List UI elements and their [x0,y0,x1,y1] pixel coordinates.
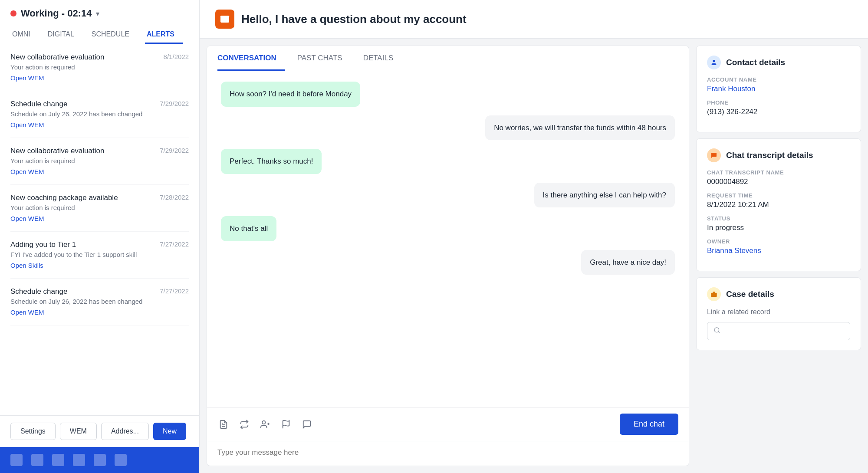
message-bubble: Perfect. Thanks so much! [221,149,322,174]
alert-link-2[interactable]: Open WEM [10,168,44,175]
alert-desc: Your action is required [10,204,189,211]
status-text: Working - 02:14 [21,8,92,19]
tab-omni[interactable]: OMNI [10,26,39,44]
add-person-icon[interactable] [259,418,271,430]
main-content: Hello, I have a question about my accoun… [200,0,868,473]
right-panel: Contact details ACCOUNT NAME Frank Houst… [696,46,861,466]
chat-transcript-card: Chat transcript details CHAT TRANSCRIPT … [696,138,861,271]
status-field: STATUS In progress [707,215,850,232]
message-bubble: Great, have a nice day! [581,250,675,275]
alert-link-1[interactable]: Open WEM [10,121,44,128]
svg-point-6 [713,60,715,62]
message-bubble: How soon? I'd need it before Monday [221,82,360,107]
alert-date: 7/28/2022 [160,194,189,201]
phone-label: PHONE [707,99,850,106]
transfer-icon[interactable] [238,418,250,430]
alert-link-0[interactable]: Open WEM [10,74,44,82]
svg-line-9 [718,332,720,333]
contact-details-title: Contact details [726,58,785,67]
alert-title: Adding you to Tier 1 [10,240,76,249]
alerts-list: New collaborative evaluation 8/1/2022 Yo… [0,44,199,415]
alert-date: 7/27/2022 [160,240,189,248]
new-button[interactable]: New [153,423,186,440]
case-details-link-text: Link a related record [707,308,850,316]
chat-input-area[interactable] [207,441,689,466]
chat-header-icon [215,10,234,29]
bottom-icon-6[interactable] [115,454,127,466]
tab-conversation[interactable]: CONVERSATION [217,46,285,71]
message-bubble: No worries, we will transfer the funds w… [485,115,675,141]
alert-title: New coaching package available [10,194,118,202]
tab-alerts[interactable]: ALERTS [145,26,183,44]
alert-row: Schedule change 7/27/2022 [10,287,189,296]
owner-value[interactable]: Brianna Stevens [707,246,850,255]
request-time-label: REQUEST TIME [707,192,850,199]
phone-value: (913) 326-2242 [707,108,850,116]
alert-title: Schedule change [10,287,67,296]
nav-tabs: OMNI DIGITAL SCHEDULE ALERTS [10,26,189,44]
tab-digital[interactable]: DIGITAL [46,26,83,44]
case-search-input[interactable] [725,327,844,335]
owner-label: OWNER [707,238,850,245]
list-item: Schedule change 7/29/2022 Schedule on Ju… [10,91,189,138]
contact-details-card: Contact details ACCOUNT NAME Frank Houst… [696,46,861,132]
message-input[interactable] [217,448,678,457]
transcript-name-field: CHAT TRANSCRIPT NAME 0000004892 [707,169,850,186]
bottom-icon-5[interactable] [94,454,106,466]
bottom-icon-1[interactable] [10,454,23,466]
alert-desc: Your action is required [10,63,189,71]
status-row: Working - 02:14 ▾ [10,8,189,19]
account-name-value[interactable]: Frank Houston [707,85,850,93]
conversation-tabs: CONVERSATION PAST CHATS DETAILS [207,46,689,71]
contact-details-header: Contact details [707,56,850,69]
status-value: In progress [707,223,850,232]
request-time-value: 8/1/2022 10:21 AM [707,200,850,209]
bottom-icon-4[interactable] [73,454,85,466]
alert-desc: Your action is required [10,157,189,164]
list-item: New collaborative evaluation 8/1/2022 Yo… [10,44,189,91]
list-item: New coaching package available 7/28/2022… [10,185,189,232]
sidebar-header: Working - 02:14 ▾ OMNI DIGITAL SCHEDULE … [0,0,199,44]
bottom-icon-2[interactable] [31,454,43,466]
alert-date: 7/29/2022 [160,100,189,107]
account-name-label: ACCOUNT NAME [707,76,850,83]
page-title: Hello, I have a question about my accoun… [241,13,467,26]
alert-link-4[interactable]: Open Skills [10,262,43,269]
alert-title: New collaborative evaluation [10,147,104,155]
chat-transcript-title: Chat transcript details [726,151,813,160]
alert-row: New collaborative evaluation 7/29/2022 [10,147,189,155]
comment-icon[interactable] [301,418,313,430]
tab-past-chats[interactable]: PAST CHATS [297,46,351,71]
settings-button[interactable]: Settings [10,423,56,440]
request-time-field: REQUEST TIME 8/1/2022 10:21 AM [707,192,850,209]
transcript-name-value: 0000004892 [707,177,850,186]
alert-link-5[interactable]: Open WEM [10,309,44,316]
tab-details[interactable]: DETAILS [363,46,402,71]
wem-button[interactable]: WEM [60,423,97,440]
list-item: Schedule change 7/27/2022 Schedule on Ju… [10,279,189,325]
case-details-card: Case details Link a related record [696,277,861,350]
flag-icon[interactable] [280,418,292,430]
case-details-header: Case details [707,287,850,301]
alert-title: Schedule change [10,100,67,108]
svg-point-2 [262,420,265,424]
alert-link-3[interactable]: Open WEM [10,215,44,222]
addres-button[interactable]: Addres... [101,423,149,440]
chat-transcript-icon [707,148,721,162]
chat-header: Hello, I have a question about my accoun… [200,0,868,39]
alert-title: New collaborative evaluation [10,53,104,62]
alert-row: Schedule change 7/29/2022 [10,100,189,108]
sidebar-footer: Settings WEM Addres... New [0,415,199,447]
end-chat-button[interactable]: End chat [620,414,678,435]
chevron-down-icon[interactable]: ▾ [96,10,99,18]
alert-date: 8/1/2022 [164,53,189,60]
note-icon[interactable] [217,418,230,430]
list-item: New collaborative evaluation 7/29/2022 Y… [10,138,189,185]
message-bubble: No that's all [221,216,276,241]
tab-schedule[interactable]: SCHEDULE [90,26,138,44]
chat-toolbar: End chat [207,407,689,441]
alert-row: New collaborative evaluation 8/1/2022 [10,53,189,62]
conversation-panel: CONVERSATION PAST CHATS DETAILS How soon… [207,46,689,466]
bottom-icon-3[interactable] [52,454,64,466]
case-search-box[interactable] [707,322,850,340]
